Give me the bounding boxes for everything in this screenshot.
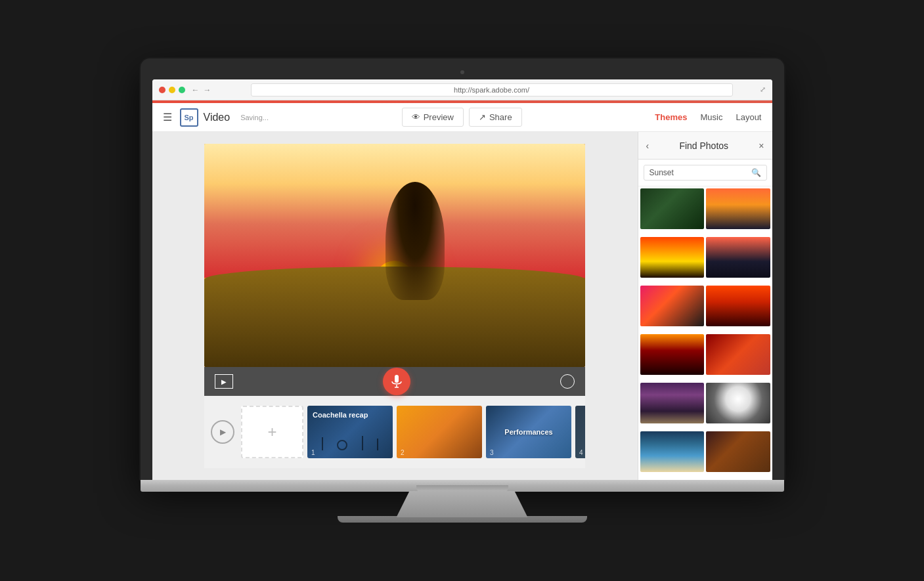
find-photos-panel: ‹ Find Photos × 🔍 <box>638 132 772 480</box>
minimize-dot[interactable] <box>169 87 175 93</box>
spark-badge: Sp <box>180 108 198 127</box>
search-icon: 🔍 <box>751 168 761 177</box>
browser-bar: ← → http://spark.adobe.com/ ⤢ <box>152 79 772 100</box>
photo-thumb-3[interactable] <box>640 237 705 278</box>
video-frame <box>204 144 585 367</box>
close-dot[interactable] <box>159 87 165 93</box>
slide-3-text: Performances <box>504 428 552 436</box>
themes-button[interactable]: Themes <box>655 112 687 122</box>
settings-icon[interactable] <box>560 374 575 389</box>
photo-thumb-7[interactable] <box>640 334 705 375</box>
browser-dots <box>159 87 185 93</box>
search-area: 🔍 <box>638 160 772 186</box>
laptop-wrapper: ← → http://spark.adobe.com/ ⤢ ☰ Sp Video… <box>141 58 784 523</box>
layout-button[interactable]: Layout <box>736 112 761 122</box>
timeline-slide-4[interactable]: 198,000tickets sold 4 <box>575 406 585 458</box>
slide-3-num: 3 <box>490 449 494 456</box>
music-button[interactable]: Music <box>701 112 723 122</box>
panel-title: Find Photos <box>679 140 728 151</box>
tree-1 <box>322 437 323 450</box>
timeline-play-icon: ▶ <box>220 427 226 437</box>
app-logo: Sp Video Saving... <box>180 108 269 127</box>
maximize-dot[interactable] <box>179 87 185 93</box>
mic-button[interactable] <box>383 368 410 395</box>
photo-thumb-1[interactable] <box>640 188 705 229</box>
photo-thumb-2[interactable] <box>706 188 770 229</box>
back-arrow-icon[interactable]: ← <box>192 85 200 95</box>
photo-thumb-12[interactable] <box>706 431 770 472</box>
url-text: http://spark.adobe.com/ <box>454 86 529 94</box>
svg-rect-0 <box>395 375 399 383</box>
mic-icon <box>391 374 403 389</box>
panel-header: ‹ Find Photos × <box>638 132 772 160</box>
video-controls: ▶ <box>204 367 585 396</box>
timeline: ▶ + Coachella recap <box>204 396 585 468</box>
toolbar-center: 👁 Preview ↗ Share <box>269 108 655 127</box>
preview-button[interactable]: 👁 Preview <box>402 108 464 127</box>
photo-thumb-4[interactable] <box>706 237 770 278</box>
app-toolbar: ☰ Sp Video Saving... 👁 Preview ↗ Share <box>152 103 772 132</box>
add-slide-button[interactable]: + <box>241 406 303 458</box>
photo-thumb-8[interactable] <box>706 334 770 375</box>
main-area: ▶ <box>152 132 772 480</box>
photo-thumb-10[interactable] <box>706 383 770 423</box>
laptop-bezel: ← → http://spark.adobe.com/ ⤢ ☰ Sp Video… <box>141 58 784 480</box>
url-bar[interactable]: http://spark.adobe.com/ <box>251 83 733 97</box>
photo-thumb-5[interactable] <box>640 286 705 326</box>
photo-thumb-9[interactable] <box>640 383 705 423</box>
timeline-slide-2[interactable]: 2 <box>397 406 482 458</box>
slide-2-num: 2 <box>401 449 405 456</box>
tree-2 <box>362 436 363 450</box>
toolbar-right: Themes Music Layout <box>655 112 761 122</box>
ferris-area <box>307 436 393 450</box>
laptop-notch <box>416 485 508 492</box>
search-box: 🔍 <box>644 165 767 181</box>
timeline-slide-1[interactable]: Coachella recap 1 <box>307 406 393 458</box>
slide-1-num: 1 <box>311 449 315 456</box>
timeline-slide-3[interactable]: Performances 3 <box>486 406 571 458</box>
screen-content: ← → http://spark.adobe.com/ ⤢ ☰ Sp Video… <box>152 79 772 480</box>
figure-silhouette <box>376 169 454 300</box>
panel-close-button[interactable]: × <box>759 140 764 151</box>
eye-icon: 👁 <box>412 112 420 122</box>
video-container: ▶ <box>204 144 585 468</box>
search-input[interactable] <box>649 168 751 177</box>
camera-dot <box>460 70 464 74</box>
laptop-stand <box>397 491 528 517</box>
share-button[interactable]: ↗ Share <box>469 108 522 127</box>
forward-arrow-icon[interactable]: → <box>204 85 211 95</box>
play-button[interactable]: ▶ <box>215 374 233 389</box>
editor-area: ▶ <box>152 132 638 480</box>
plus-icon: + <box>267 423 276 441</box>
tree-3 <box>377 439 378 450</box>
browser-nav: ← → <box>192 85 211 95</box>
hamburger-icon[interactable]: ☰ <box>163 111 172 123</box>
saving-indicator: Saving... <box>240 114 269 121</box>
app-title: Video <box>204 112 231 123</box>
timeline-play-button[interactable]: ▶ <box>211 420 234 444</box>
expand-icon[interactable]: ⤢ <box>760 85 766 94</box>
hair-silhouette <box>385 182 445 300</box>
slide-1-title: Coachella recap <box>313 411 387 419</box>
photo-grid <box>638 186 772 480</box>
panel-back-button[interactable]: ‹ <box>646 140 649 151</box>
play-icon: ▶ <box>221 378 227 385</box>
share-icon: ↗ <box>479 112 486 122</box>
slide-4-num: 4 <box>579 449 583 456</box>
photo-thumb-6[interactable] <box>706 286 770 326</box>
ferris-wheel-icon <box>337 440 347 450</box>
laptop-base <box>141 480 784 492</box>
photo-thumb-11[interactable] <box>640 431 705 472</box>
